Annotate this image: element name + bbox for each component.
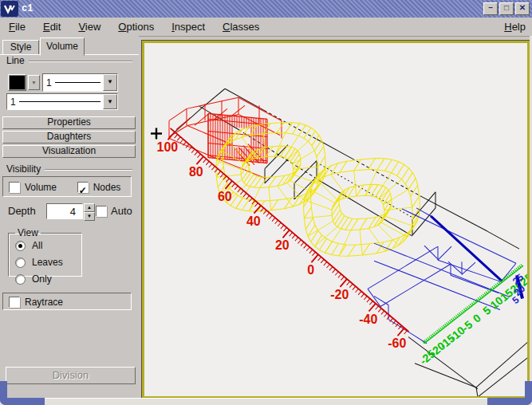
app-window: c1 – □ ✕ File Edit View Options Inspect … bbox=[0, 0, 532, 405]
spin-up-icon[interactable]: ▲ bbox=[84, 203, 95, 212]
view-only-radio[interactable] bbox=[15, 274, 26, 285]
line-width-combobox[interactable]: 1 ▼ bbox=[42, 73, 118, 92]
geometry-scene: 100806040200-20-40-60-25-20-15-10-505101… bbox=[144, 43, 527, 396]
daughters-button[interactable]: Daughters bbox=[2, 131, 136, 144]
menu-file[interactable]: File bbox=[0, 19, 34, 34]
chevron-down-icon[interactable]: ▼ bbox=[103, 74, 117, 91]
line-color-swatch[interactable] bbox=[8, 74, 26, 91]
maximize-button[interactable]: □ bbox=[499, 2, 514, 15]
minimize-button[interactable]: – bbox=[483, 2, 498, 15]
svg-text:-40: -40 bbox=[359, 312, 377, 326]
view-only-label: Only bbox=[32, 273, 52, 285]
svg-text:100: 100 bbox=[156, 140, 178, 154]
resize-corner-bottom-right-v[interactable] bbox=[525, 381, 532, 405]
svg-text:-20: -20 bbox=[330, 287, 349, 301]
svg-text:20: 20 bbox=[275, 238, 290, 252]
properties-button[interactable]: Properties bbox=[2, 116, 136, 129]
menu-help[interactable]: Help bbox=[498, 19, 532, 34]
svg-text:-60: -60 bbox=[388, 336, 406, 350]
depth-spinner[interactable]: 4 bbox=[46, 203, 83, 219]
view-leaves-label: Leaves bbox=[32, 257, 63, 268]
volume-editor-panel: Style Volume Line ▼ 1 ▼ 1 ▼ Properties D… bbox=[0, 36, 139, 405]
raytrace-checkbox[interactable] bbox=[9, 297, 20, 308]
nodes-checkbox-label: Nodes bbox=[93, 182, 121, 193]
view-all-label: All bbox=[32, 240, 42, 251]
chevron-down-icon: ▼ bbox=[31, 80, 37, 85]
volume-checkbox[interactable] bbox=[9, 182, 20, 193]
tab-volume[interactable]: Volume bbox=[40, 37, 85, 56]
tab-style[interactable]: Style bbox=[2, 40, 39, 55]
letter-t-wireframe bbox=[368, 208, 516, 344]
title-bar[interactable]: c1 – □ ✕ bbox=[0, 0, 532, 18]
depth-label: Depth bbox=[8, 205, 36, 217]
menu-bar: File Edit View Options Inspect Classes H… bbox=[0, 18, 532, 37]
resize-corner-bottom-left-v[interactable] bbox=[0, 381, 7, 405]
auto-checkbox-label: Auto bbox=[111, 205, 132, 217]
line-width-value: 1 bbox=[46, 77, 52, 88]
view-all-radio[interactable] bbox=[15, 241, 26, 251]
volume-checkbox-label: Volume bbox=[25, 182, 57, 193]
app-icon bbox=[1, 1, 18, 17]
window-edge-bottom[interactable] bbox=[0, 398, 532, 405]
view-leaves-radio[interactable] bbox=[15, 258, 26, 268]
raytrace-checkbox-label: Raytrace bbox=[25, 297, 63, 308]
visualization-button[interactable]: Visualization bbox=[2, 145, 136, 158]
line-width-sample bbox=[55, 82, 100, 83]
svg-text:0: 0 bbox=[471, 311, 483, 324]
chevron-v-icon bbox=[3, 3, 16, 14]
menu-view[interactable]: View bbox=[69, 19, 109, 34]
view-group-label: View bbox=[15, 227, 41, 238]
svg-text:80: 80 bbox=[189, 164, 203, 179]
view-groupbox: View All Leaves Only bbox=[8, 227, 82, 277]
menu-edit[interactable]: Edit bbox=[34, 19, 69, 34]
visibility-group-label: Visibility bbox=[6, 163, 132, 175]
window-title: c1 bbox=[22, 3, 33, 14]
menu-classes[interactable]: Classes bbox=[214, 19, 268, 34]
cross-cursor-marker bbox=[151, 128, 162, 139]
line-group-label: Line bbox=[6, 55, 132, 66]
division-button[interactable]: Division bbox=[6, 367, 136, 384]
red-axis: 100806040200-20-40-60 bbox=[156, 128, 408, 350]
svg-text:40: 40 bbox=[246, 214, 261, 228]
line-style-sample bbox=[19, 101, 100, 102]
auto-checkbox[interactable] bbox=[96, 206, 107, 217]
depth-spin-buttons: ▲ ▼ bbox=[84, 203, 95, 219]
nodes-checkbox[interactable] bbox=[77, 182, 89, 193]
svg-text:60: 60 bbox=[218, 189, 232, 203]
line-style-value: 1 bbox=[10, 96, 16, 108]
menu-inspect[interactable]: Inspect bbox=[163, 19, 214, 34]
chevron-down-icon[interactable]: ▼ bbox=[103, 94, 117, 109]
canvas-frame: 100806040200-20-40-60-25-20-15-10-505101… bbox=[141, 40, 530, 399]
line-style-combobox[interactable]: 1 ▼ bbox=[6, 93, 118, 110]
menu-options[interactable]: Options bbox=[109, 19, 163, 34]
close-button[interactable]: ✕ bbox=[515, 2, 530, 15]
canvas[interactable]: 100806040200-20-40-60-25-20-15-10-505101… bbox=[144, 43, 527, 396]
spin-down-icon[interactable]: ▼ bbox=[84, 212, 95, 221]
svg-text:0: 0 bbox=[307, 262, 314, 277]
visibility-frame: Volume Nodes bbox=[2, 176, 132, 197]
line-color-dropdown[interactable]: ▼ bbox=[28, 75, 40, 90]
raytrace-frame: Raytrace bbox=[2, 293, 132, 310]
